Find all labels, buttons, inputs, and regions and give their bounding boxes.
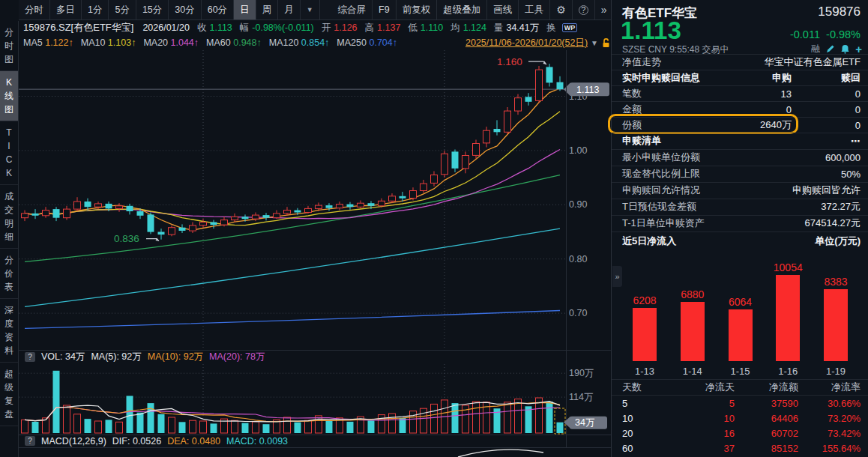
ma120-value: 0.854↑	[301, 37, 330, 48]
bar-x-label: 1-19	[826, 366, 846, 379]
ma250-label: MA250	[337, 37, 367, 48]
flow-table-row: 20 16 60702 73.42%	[612, 426, 868, 441]
inflow-bar	[681, 302, 705, 361]
realtime-label: 实时申购赎回信息	[622, 71, 700, 85]
svg-text:0.90: 0.90	[569, 199, 587, 210]
macd-help-icon[interactable]: ?	[25, 436, 35, 446]
draw-line-button[interactable]: 画线	[487, 0, 519, 19]
row-realtime-header: 实时申购赎回信息 申购 赎回	[612, 70, 868, 85]
row-pcf-list[interactable]: 申赎清单 ⋯	[612, 133, 868, 148]
flow-table-row: 5 5 37590 30.66%	[612, 396, 868, 411]
col-net-days: 净流天	[675, 381, 735, 394]
bar-value-label: 6208	[633, 294, 656, 306]
turnover-label: 换	[546, 22, 556, 34]
bar-value-label: 8383	[824, 276, 847, 288]
cell-net-rate: 30.66%	[798, 398, 861, 409]
period-tab-60min[interactable]: 60分	[202, 0, 234, 19]
left-view-sidebar: 分时图 K线图 TICK 成交明细 分价表 深度资料 超级复盘	[0, 21, 19, 457]
last-volume-tag: 34万	[564, 417, 607, 429]
cell-days: 60	[622, 443, 675, 454]
unlock-icon[interactable]	[601, 37, 611, 48]
min-unit-label: 最小申赎单位份额	[622, 151, 700, 164]
period-tab-15min[interactable]: 15分	[136, 0, 169, 19]
row-t-cash: T日预估现金差额 372.27元	[612, 199, 868, 214]
vol-value: VOL: 34万	[41, 351, 85, 363]
sidebar-item-shendu[interactable]: 深度资料	[0, 299, 18, 363]
pcf-list-more-icon[interactable]: ⋯	[851, 136, 861, 147]
sidebar-item-chengjiaomingxi[interactable]: 成交明细	[0, 185, 18, 249]
chg-value: -0.98%(-0.011)	[252, 22, 313, 33]
last-price-tag: 1.113	[564, 82, 609, 96]
flow-statistics-table: 天数 净流天 净流额 净流率 5 5 37590 30.66% 10 10 64…	[612, 379, 868, 456]
sidebar-item-tick[interactable]: TICK	[0, 121, 18, 185]
count-redeem: 0	[792, 88, 861, 100]
bar-x-label: 1-14	[683, 366, 702, 379]
collapse-panel-button[interactable]: »	[612, 266, 622, 287]
row-amount: 金额 0 0	[612, 101, 868, 117]
cash-cap-label: 现金替代比例上限	[622, 167, 700, 181]
settings-gear-icon[interactable]: ⚙	[550, 0, 573, 19]
super-overlay-button[interactable]: 超级叠加	[437, 0, 487, 19]
period-tab-duori[interactable]: 多日	[50, 0, 82, 19]
period-tab-fenshi[interactable]: 分时	[19, 0, 50, 19]
macd-legend-row: ? MACD(12,26,9) DIF: 0.0526 DEA: 0.0480 …	[25, 435, 288, 447]
svg-text:114万: 114万	[569, 392, 593, 402]
svg-text:34万: 34万	[575, 417, 594, 428]
sidebar-item-klinetu[interactable]: K线图	[0, 71, 18, 121]
high-value: 1.137	[377, 22, 400, 33]
svg-text:0.80: 0.80	[569, 254, 587, 264]
last-price: 1.113	[621, 16, 681, 45]
ma10-value: 1.103↑	[108, 37, 136, 48]
row-cash-cap: 现金替代比例上限 50%	[612, 166, 868, 181]
candles	[22, 64, 564, 240]
inflow-bar	[729, 309, 753, 361]
composite-screen-button[interactable]: 综合屏	[332, 0, 373, 19]
net-inflow-bar-chart: 6208 1-13 6880 1-14 6064 1-15 10054 1-16…	[619, 253, 861, 379]
date-range-selector[interactable]: 2025/11/06-2026/01/20(52日) ▼	[465, 37, 611, 49]
row-count: 笔数 13 0	[612, 85, 868, 101]
period-tab-day[interactable]: 日	[234, 0, 256, 19]
col-days: 天数	[622, 381, 675, 394]
vol-ma20: MA(20): 78万	[209, 351, 265, 363]
share-redeem: 0	[792, 120, 861, 131]
wp-badge[interactable]: WP	[562, 23, 578, 32]
period-tab-5min[interactable]: 5分	[109, 0, 136, 19]
period-tab-month[interactable]: 月	[278, 0, 301, 19]
volume-value: 34.41万	[506, 22, 539, 34]
inflow-bar-group: 6880 1-14	[672, 253, 714, 379]
period-tab-30min[interactable]: 30分	[169, 0, 201, 19]
date-range-text[interactable]: 2025/11/06-2026/01/20(52日)	[465, 37, 588, 49]
count-subscribe: 13	[781, 88, 792, 100]
help-icon-glyph: ?	[579, 5, 588, 15]
cash-cap-value: 50%	[841, 169, 861, 180]
edit-pencil-icon[interactable]	[825, 44, 835, 54]
inflow-bar-group: 10054 1-16	[767, 253, 809, 379]
sidebar-item-fenjiabiao[interactable]: 分价表	[0, 249, 18, 299]
trading-app-window: 分时 多日 1分 5分 15分 30分 60分 日 周 月 ▼ 综合屏 F9 前…	[0, 0, 868, 457]
redeem-col-header: 赎回	[792, 71, 861, 85]
row-nav-trend[interactable]: 净值走势 华宝中证有色金属ETF	[612, 54, 868, 70]
bar-value-label: 6880	[681, 288, 704, 300]
volume-help-icon[interactable]: ?	[25, 352, 35, 362]
change-value: -0.011	[790, 28, 820, 40]
alert-bell-icon[interactable]	[840, 44, 850, 54]
date-range-caret-icon[interactable]: ▼	[591, 39, 598, 47]
price-change: -0.011 -0.98%	[790, 28, 861, 40]
period-dropdown-icon[interactable]: ▼	[301, 0, 320, 19]
period-tab-1min[interactable]: 1分	[82, 0, 109, 19]
cell-net-rate: 73.20%	[798, 413, 861, 424]
period-tab-week[interactable]: 周	[256, 0, 279, 19]
kline-chart[interactable]: 1.101.000.900.800.701.1600.8361.113190万1…	[19, 50, 611, 457]
forward-adjust-button[interactable]: 前复权	[397, 0, 438, 19]
col-net-rate: 净流率	[798, 381, 861, 394]
help-icon[interactable]: ?	[573, 0, 595, 19]
bar-value-label: 6064	[729, 296, 752, 308]
sidebar-item-chaojifupan[interactable]: 超级复盘	[0, 363, 18, 426]
sidebar-item-fenshitu[interactable]: 分时图	[0, 21, 18, 71]
cell-net-amt: 60702	[735, 428, 798, 439]
f9-button[interactable]: F9	[373, 0, 397, 19]
cell-net-amt: 64406	[735, 413, 798, 424]
cell-days: 5	[622, 398, 675, 409]
min-unit-value: 600,000	[825, 152, 861, 163]
tools-button[interactable]: 工具	[519, 0, 550, 19]
